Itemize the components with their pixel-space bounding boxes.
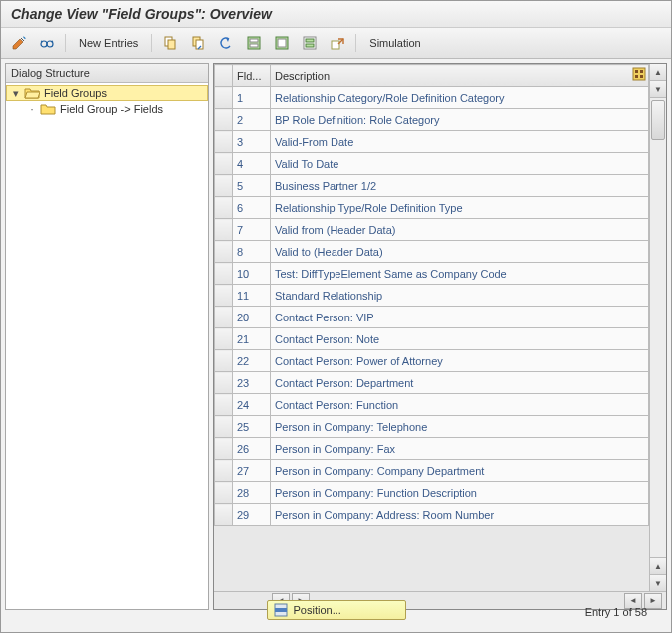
new-entries-button[interactable]: New Entries	[72, 32, 145, 54]
cell-fld[interactable]: 3	[233, 131, 271, 153]
row-selector[interactable]	[215, 263, 233, 285]
cell-description[interactable]: Contact Person: Note	[271, 328, 649, 350]
column-header-description[interactable]: Description	[271, 65, 649, 87]
cell-description[interactable]: Valid To Date	[271, 153, 649, 175]
cell-description[interactable]: Standard Relationship	[271, 285, 649, 307]
cell-fld[interactable]: 24	[233, 394, 271, 416]
table-row[interactable]: 11Standard Relationship	[215, 285, 649, 307]
display-button[interactable]	[35, 32, 59, 54]
row-selector[interactable]	[215, 241, 233, 263]
cell-description[interactable]: Valid-From Date	[271, 131, 649, 153]
table-row[interactable]: 10Test: DiffTypeElement Same as Company …	[215, 263, 649, 285]
cell-fld[interactable]: 23	[233, 372, 271, 394]
cell-description[interactable]: Contact Person: VIP	[271, 307, 649, 328]
cell-fld[interactable]: 1	[233, 87, 271, 109]
cell-fld[interactable]: 21	[233, 328, 271, 350]
table-row[interactable]: 5Business Partner 1/2	[215, 175, 649, 197]
row-selector[interactable]	[215, 153, 233, 175]
row-selector[interactable]	[215, 394, 233, 416]
cell-fld[interactable]: 10	[233, 263, 271, 285]
cell-fld[interactable]: 26	[233, 438, 271, 460]
table-row[interactable]: 29Person in Company: Address: Room Numbe…	[215, 504, 649, 526]
table-row[interactable]: 27Person in Company: Company Department	[215, 460, 649, 482]
scroll-page-down-button[interactable]: ▲	[650, 557, 666, 574]
row-selector-header[interactable]	[215, 65, 233, 87]
scroll-thumb[interactable]	[651, 100, 665, 140]
cell-fld[interactable]: 29	[233, 504, 271, 526]
select-block-button[interactable]	[270, 32, 294, 54]
cell-fld[interactable]: 6	[233, 197, 271, 219]
row-selector[interactable]	[215, 87, 233, 109]
cell-fld[interactable]: 7	[233, 219, 271, 241]
select-all-button[interactable]	[242, 32, 266, 54]
export-button[interactable]	[326, 32, 349, 54]
tree-item-field-group-fields[interactable]: · Field Group -> Fields	[6, 101, 208, 117]
row-selector[interactable]	[215, 131, 233, 153]
cell-description[interactable]: Valid from (Header Data)	[271, 219, 649, 241]
row-selector[interactable]	[215, 482, 233, 504]
cell-description[interactable]: Person in Company: Telephone	[271, 416, 649, 438]
cell-fld[interactable]: 11	[233, 285, 271, 307]
scroll-track[interactable]	[650, 98, 666, 557]
row-selector[interactable]	[215, 197, 233, 219]
cell-fld[interactable]: 8	[233, 241, 271, 263]
cell-fld[interactable]: 2	[233, 109, 271, 131]
table-row[interactable]: 28Person in Company: Function Descriptio…	[215, 482, 649, 504]
row-selector[interactable]	[215, 307, 233, 328]
cell-description[interactable]: Contact Person: Department	[271, 372, 649, 394]
cell-fld[interactable]: 22	[233, 350, 271, 372]
row-selector[interactable]	[215, 438, 233, 460]
table-settings-icon[interactable]	[632, 67, 646, 83]
table-row[interactable]: 2BP Role Definition: Role Category	[215, 109, 649, 131]
column-header-fld[interactable]: Fld...	[233, 65, 271, 87]
cell-description[interactable]: Contact Person: Power of Attorney	[271, 350, 649, 372]
simulation-button[interactable]: Simulation	[362, 32, 427, 54]
row-selector[interactable]	[215, 285, 233, 307]
row-selector[interactable]	[215, 372, 233, 394]
cell-description[interactable]: Valid to (Header Data)	[271, 241, 649, 263]
table-row[interactable]: 24Contact Person: Function	[215, 394, 649, 416]
row-selector[interactable]	[215, 416, 233, 438]
cell-description[interactable]: Person in Company: Fax	[271, 438, 649, 460]
row-selector[interactable]	[215, 328, 233, 350]
table-row[interactable]: 22Contact Person: Power of Attorney	[215, 350, 649, 372]
table-row[interactable]: 25Person in Company: Telephone	[215, 416, 649, 438]
cell-description[interactable]: Relationship Type/Role Definition Type	[271, 197, 649, 219]
cell-fld[interactable]: 27	[233, 460, 271, 482]
deselect-button[interactable]	[298, 32, 322, 54]
vertical-scrollbar[interactable]: ▲ ▼ ▲ ▼	[649, 64, 666, 591]
table-row[interactable]: 6Relationship Type/Role Definition Type	[215, 197, 649, 219]
row-selector[interactable]	[215, 460, 233, 482]
row-selector[interactable]	[215, 219, 233, 241]
table-row[interactable]: 20Contact Person: VIP	[215, 307, 649, 328]
cell-description[interactable]: Test: DiffTypeElement Same as Company Co…	[271, 263, 649, 285]
cell-description[interactable]: Business Partner 1/2	[271, 175, 649, 197]
cell-fld[interactable]: 25	[233, 416, 271, 438]
cell-description[interactable]: Person in Company: Function Description	[271, 482, 649, 504]
cell-description[interactable]: Relationship Category/Role Definition Ca…	[271, 87, 649, 109]
table-row[interactable]: 21Contact Person: Note	[215, 328, 649, 350]
row-selector[interactable]	[215, 504, 233, 526]
toggle-button[interactable]	[7, 32, 31, 54]
table-row[interactable]: 23Contact Person: Department	[215, 372, 649, 394]
table-row[interactable]: 3Valid-From Date	[215, 131, 649, 153]
row-selector[interactable]	[215, 350, 233, 372]
scroll-up-button[interactable]: ▲	[650, 64, 666, 81]
position-button[interactable]: Position...	[267, 600, 406, 620]
copy-button[interactable]	[158, 32, 182, 54]
row-selector[interactable]	[215, 175, 233, 197]
expander-icon[interactable]: ▾	[10, 87, 22, 100]
cell-fld[interactable]: 5	[233, 175, 271, 197]
table-row[interactable]: 7Valid from (Header Data)	[215, 219, 649, 241]
undo-button[interactable]	[214, 32, 238, 54]
table-row[interactable]: 26Person in Company: Fax	[215, 438, 649, 460]
tree-item-field-groups[interactable]: ▾ Field Groups	[6, 85, 208, 101]
table-row[interactable]: 1Relationship Category/Role Definition C…	[215, 87, 649, 109]
cell-fld[interactable]: 28	[233, 482, 271, 504]
table-row[interactable]: 4Valid To Date	[215, 153, 649, 175]
cell-description[interactable]: Contact Person: Function	[271, 394, 649, 416]
cell-fld[interactable]: 20	[233, 307, 271, 328]
row-selector[interactable]	[215, 109, 233, 131]
scroll-page-up-button[interactable]: ▼	[650, 81, 666, 98]
table-row[interactable]: 8Valid to (Header Data)	[215, 241, 649, 263]
